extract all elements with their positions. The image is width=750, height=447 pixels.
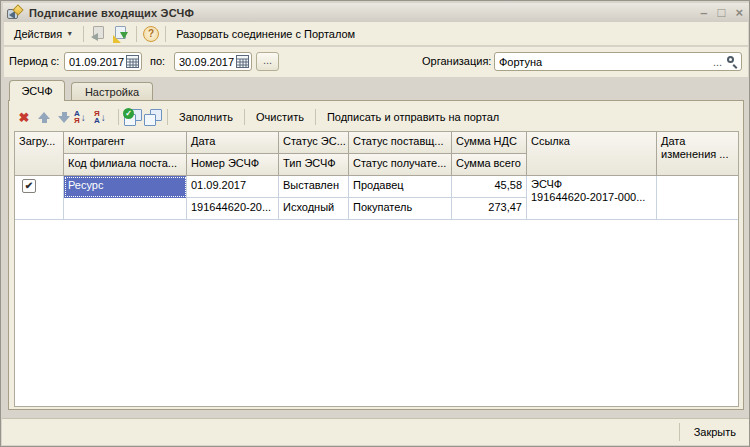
- check-all-icon[interactable]: ✓: [123, 107, 143, 127]
- fill-button[interactable]: Заполнить: [172, 108, 240, 126]
- col-header-modified[interactable]: Дата изменения ...: [657, 132, 739, 176]
- row-receiver-status-cell[interactable]: Покупатель: [349, 198, 452, 220]
- disconnect-portal-button[interactable]: Разорвать соединение с Порталом: [170, 28, 361, 40]
- calendar-icon[interactable]: [236, 55, 249, 68]
- row-contractor-cell[interactable]: Ресурс: [64, 176, 187, 198]
- col-header-number[interactable]: Номер ЭСЧФ: [187, 154, 279, 176]
- sort-arrow: ↓: [101, 112, 106, 123]
- separator: [167, 109, 168, 125]
- clear-button[interactable]: Очистить: [249, 108, 311, 126]
- calendar-icon[interactable]: [126, 55, 139, 68]
- sign-document-icon[interactable]: [112, 25, 130, 43]
- row-number-cell[interactable]: 191644620-20...: [187, 198, 279, 220]
- period-from-value: 01.09.2017: [69, 56, 124, 68]
- delete-row-icon[interactable]: ✖: [14, 107, 34, 127]
- close-button[interactable]: Закрыть: [688, 423, 742, 441]
- tab-eschf[interactable]: ЭСЧФ: [9, 80, 65, 101]
- separator: [165, 26, 166, 42]
- organization-field[interactable]: Фортуна ...: [494, 52, 742, 71]
- actions-label: Действия: [14, 28, 62, 40]
- period-to-label: по:: [150, 55, 165, 67]
- sign-and-send-button[interactable]: Подписать и отправить на портал: [320, 108, 506, 126]
- period-to-value: 30.09.2017: [179, 56, 234, 68]
- table-toolbar: ✖ А Я ↓ Я А ↓ ✓ Заполнить: [14, 105, 506, 129]
- tab-settings[interactable]: Настройка: [71, 82, 153, 101]
- row-vat-sum-cell[interactable]: 45,58: [452, 176, 527, 198]
- row-loaded-cell: ✔: [15, 176, 64, 220]
- row-total-sum-cell[interactable]: 273,47: [452, 198, 527, 220]
- close-icon[interactable]: ×: [735, 6, 743, 20]
- link-line1: ЭСЧФ: [531, 178, 562, 190]
- period-from-field[interactable]: 01.09.2017: [64, 52, 142, 71]
- col-header-receiver-status[interactable]: Статус получате...: [349, 154, 452, 176]
- col-header-total-sum[interactable]: Сумма всего: [452, 154, 527, 176]
- help-icon[interactable]: ?: [143, 26, 159, 42]
- organization-more-button[interactable]: ...: [710, 54, 725, 69]
- filter-row: Период с: 01.09.2017 по: 30.09.2017 ... …: [4, 47, 748, 77]
- row-type-cell[interactable]: Исходный: [279, 198, 349, 220]
- col-header-link[interactable]: Ссылка: [527, 132, 657, 176]
- separator: [679, 423, 680, 441]
- sort-letter: Я: [74, 117, 80, 124]
- period-to-field[interactable]: 30.09.2017: [174, 52, 252, 71]
- row-status-es-cell[interactable]: Выставлен: [279, 176, 349, 198]
- organization-value: Фортуна: [499, 56, 710, 68]
- documents-table: Загру... Контрагент Код филиала поста...…: [14, 131, 739, 407]
- sort-arrow: ↓: [81, 112, 86, 123]
- form-icon: [7, 6, 23, 20]
- row-supplier-status-cell[interactable]: Продавец: [349, 176, 452, 198]
- separator: [244, 109, 245, 125]
- actions-menu-button[interactable]: Действия ▼: [8, 25, 79, 43]
- move-down-icon[interactable]: [54, 107, 74, 127]
- sign-disabled-icon[interactable]: [90, 25, 108, 43]
- period-more-button[interactable]: ...: [256, 52, 279, 71]
- link-line2: 191644620-2017-000...: [531, 191, 645, 203]
- row-date-cell[interactable]: 01.09.2017: [187, 176, 279, 198]
- organization-label: Организация:: [422, 55, 491, 67]
- separator: [83, 26, 84, 42]
- chevron-down-icon: ▼: [66, 30, 73, 37]
- check-badge: ✓: [123, 108, 134, 119]
- row-modified-cell[interactable]: [657, 176, 739, 220]
- sort-ascending-icon[interactable]: А Я ↓: [74, 107, 94, 127]
- sort-descending-icon[interactable]: Я А ↓: [94, 107, 114, 127]
- minimize-icon[interactable]: –: [700, 6, 707, 20]
- main-toolbar: Действия ▼ ? Разорвать соединение с Порт…: [4, 22, 748, 46]
- row-checkbox[interactable]: ✔: [22, 179, 36, 193]
- col-header-status-es[interactable]: Статус ЭС...: [279, 132, 349, 154]
- app-window: Подписание входящих ЭСЧФ – □ × Действия …: [0, 0, 750, 447]
- row-link-cell[interactable]: ЭСЧФ 191644620-2017-000...: [527, 176, 657, 220]
- maximize-icon[interactable]: □: [718, 6, 726, 20]
- col-header-contractor[interactable]: Контрагент: [64, 132, 187, 154]
- col-header-vat-sum[interactable]: Сумма НДС: [452, 132, 527, 154]
- col-header-type[interactable]: Тип ЭСЧФ: [279, 154, 349, 176]
- move-up-icon[interactable]: [34, 107, 54, 127]
- col-header-date[interactable]: Дата: [187, 132, 279, 154]
- col-header-loaded[interactable]: Загру...: [15, 132, 64, 176]
- separator: [315, 109, 316, 125]
- col-header-supplier-status[interactable]: Статус поставщ...: [349, 132, 452, 154]
- col-header-branch-code[interactable]: Код филиала поста...: [64, 154, 187, 176]
- separator: [136, 26, 137, 42]
- uncheck-all-icon[interactable]: [143, 107, 163, 127]
- window-title: Подписание входящих ЭСЧФ: [29, 7, 194, 19]
- sort-letter: А: [94, 117, 100, 124]
- titlebar: Подписание входящих ЭСЧФ – □ ×: [3, 3, 749, 22]
- search-icon[interactable]: [725, 54, 739, 69]
- separator: [118, 109, 119, 125]
- row-branch-code-cell[interactable]: [64, 198, 187, 220]
- period-from-label: Период с:: [9, 55, 59, 67]
- footer-bar: Закрыть: [2, 419, 750, 445]
